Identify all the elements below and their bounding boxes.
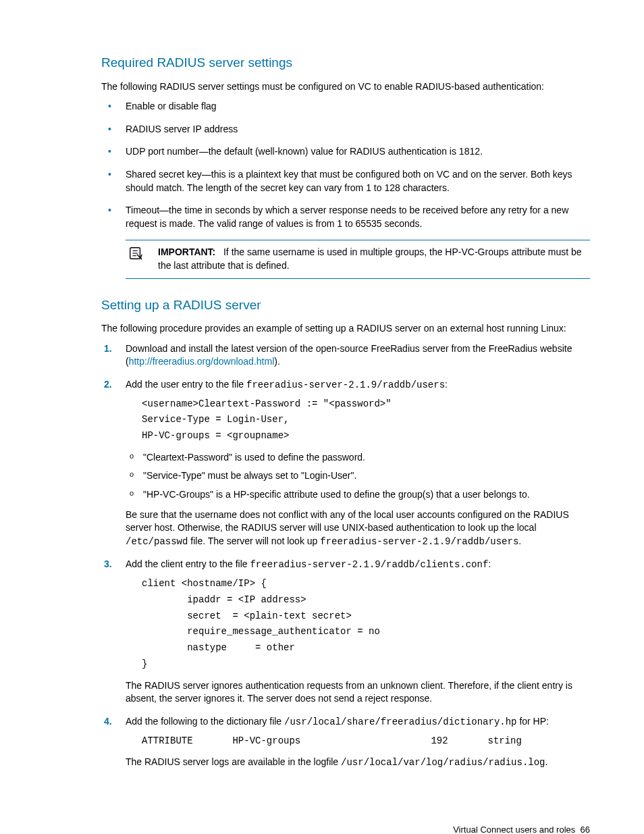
freeradius-link[interactable]: http://freeradius.org/download.html bbox=[129, 356, 275, 367]
text-span: . bbox=[518, 536, 521, 546]
step2-paragraph: Be sure that the username does not confl… bbox=[126, 509, 590, 549]
step2-sublist: "Cleartext-Password" is used to define t… bbox=[126, 451, 590, 502]
step4-code-block: ATTRIBUTE HP-VC-groups 192 string bbox=[142, 733, 590, 750]
step-4: Add the following to the dictionary file… bbox=[101, 715, 590, 770]
step4-file: /usr/local/share/freeradius/dictionary.h… bbox=[284, 716, 516, 727]
text-span: The RADIUS server logs are available in … bbox=[126, 756, 341, 767]
list-item: Timeout—the time in seconds by which a s… bbox=[101, 204, 590, 230]
step-1: Download and install the latest version … bbox=[101, 342, 590, 369]
note-body: IMPORTANT: If the same username is used … bbox=[158, 246, 582, 271]
sub-item: "HP-VC-Groups" is a HP-specific attribut… bbox=[126, 488, 590, 502]
footer-page-number: 66 bbox=[581, 825, 590, 834]
intro-paragraph: The following RADIUS server settings mus… bbox=[101, 80, 590, 94]
note-icon bbox=[128, 246, 143, 261]
footer-section: Virtual Connect users and roles bbox=[453, 825, 575, 834]
step3-text-post: : bbox=[488, 558, 491, 569]
code-span: /usr/local/var/log/radius/radius.log bbox=[341, 757, 545, 768]
important-note: IMPORTANT: If the same username is used … bbox=[126, 240, 590, 278]
text-span: Be sure that the username does not confl… bbox=[126, 509, 569, 533]
step4-text-post: for HP: bbox=[517, 716, 549, 727]
list-item: UDP port number—the default (well-known)… bbox=[101, 145, 590, 159]
settings-bullet-list: Enable or disable flag RADIUS server IP … bbox=[101, 100, 590, 230]
list-item: Enable or disable flag bbox=[101, 100, 590, 113]
step2-code-block: <username>Cleartext-Password := "<passwo… bbox=[142, 396, 590, 444]
step4-paragraph: The RADIUS server logs are available in … bbox=[126, 756, 590, 770]
page-footer: Virtual Connect users and roles 66 bbox=[101, 824, 590, 834]
note-label: IMPORTANT: bbox=[158, 246, 215, 257]
step4-text-pre: Add the following to the dictionary file bbox=[126, 716, 284, 727]
step3-code-block: client <hostname/IP> { ipaddr = <IP addr… bbox=[142, 576, 590, 673]
sub-item: "Cleartext-Password" is used to define t… bbox=[126, 451, 590, 465]
code-span: /etc/passwd bbox=[126, 536, 188, 547]
step2-text-post: : bbox=[445, 379, 448, 390]
step3-text-pre: Add the client entry to the file bbox=[126, 558, 250, 569]
steps-list: Download and install the latest version … bbox=[101, 342, 590, 770]
text-span: file. The server will not look up bbox=[188, 536, 320, 546]
section2-intro: The following procedure provides an exam… bbox=[101, 322, 590, 336]
note-text: If the same username is used in multiple… bbox=[158, 246, 582, 271]
step1-text-post: ). bbox=[274, 356, 280, 367]
step3-paragraph: The RADIUS server ignores authentication… bbox=[126, 679, 590, 706]
step2-file: freeradius-server-2.1.9/raddb/users bbox=[246, 380, 445, 390]
sub-item: "Service-Type" must be always set to "Lo… bbox=[126, 469, 590, 483]
step3-file: freeradius-server-2.1.9/raddb/clients.co… bbox=[250, 559, 488, 570]
heading-setting-up-radius: Setting up a RADIUS server bbox=[101, 296, 590, 315]
code-span: freeradius-server-2.1.9/raddb/users bbox=[320, 536, 518, 547]
text-span: . bbox=[545, 756, 548, 767]
list-item: Shared secret key—this is a plaintext ke… bbox=[101, 168, 590, 194]
step2-text-pre: Add the user entry to the file bbox=[126, 379, 246, 390]
list-item: RADIUS server IP address bbox=[101, 123, 590, 136]
step-3: Add the client entry to the file freerad… bbox=[101, 558, 590, 706]
step-2: Add the user entry to the file freeradiu… bbox=[101, 378, 590, 549]
heading-required-radius: Required RADIUS server settings bbox=[101, 54, 590, 72]
